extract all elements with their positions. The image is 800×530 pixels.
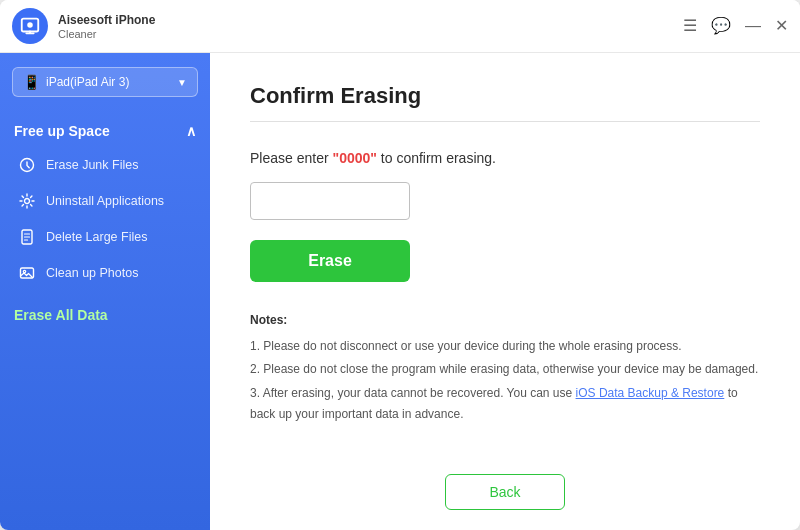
notes-title: Notes: — [250, 310, 760, 332]
app-brand: Aiseesoft iPhone Cleaner — [12, 8, 155, 44]
minimize-icon[interactable]: — — [745, 18, 761, 34]
note-2: 2. Please do not close the program while… — [250, 359, 760, 381]
notes-section: Notes: 1. Please do not disconnect or us… — [250, 310, 760, 428]
confirmation-input[interactable] — [250, 182, 410, 220]
collapse-icon: ∧ — [186, 123, 196, 139]
confirm-code: "0000" — [333, 150, 377, 166]
app-subtitle: Cleaner — [58, 28, 155, 40]
divider — [250, 121, 760, 122]
note-3: 3. After erasing, your data cannot be re… — [250, 383, 760, 426]
main-window: Aiseesoft iPhone Cleaner ☰ 💬 — ✕ 📱 iPad(… — [0, 0, 800, 530]
sidebar: 📱 iPad(iPad Air 3) ▼ Free up Space ∧ — [0, 53, 210, 530]
window-controls: ☰ 💬 — ✕ — [683, 18, 788, 34]
confirm-prompt: Please enter "0000" to confirm erasing. — [250, 150, 760, 166]
sidebar-item-erase-junk-label: Erase Junk Files — [46, 158, 138, 172]
ios-backup-link[interactable]: iOS Data Backup & Restore — [576, 386, 725, 400]
device-selector[interactable]: 📱 iPad(iPad Air 3) ▼ — [12, 67, 198, 97]
sidebar-item-uninstall-apps[interactable]: Uninstall Applications — [0, 183, 210, 219]
confirm-suffix: to confirm erasing. — [377, 150, 496, 166]
app-title-block: Aiseesoft iPhone Cleaner — [58, 12, 155, 41]
erase-button[interactable]: Erase — [250, 240, 410, 282]
chevron-down-icon: ▼ — [177, 77, 187, 88]
free-up-space-label: Free up Space — [14, 123, 110, 139]
free-up-space-section: Free up Space ∧ Erase Junk Files — [0, 115, 210, 291]
close-icon[interactable]: ✕ — [775, 18, 788, 34]
sidebar-item-uninstall-label: Uninstall Applications — [46, 194, 164, 208]
svg-point-1 — [27, 22, 33, 27]
confirm-prompt-text: Please enter — [250, 150, 333, 166]
sidebar-item-clean-photos-label: Clean up Photos — [46, 266, 138, 280]
logo-icon — [19, 15, 41, 37]
clock-icon — [18, 156, 36, 174]
sidebar-item-clean-photos[interactable]: Clean up Photos — [0, 255, 210, 291]
app-logo — [12, 8, 48, 44]
titlebar: Aiseesoft iPhone Cleaner ☰ 💬 — ✕ — [0, 0, 800, 53]
menu-icon[interactable]: ☰ — [683, 18, 697, 34]
note-1: 1. Please do not disconnect or use your … — [250, 336, 760, 358]
svg-point-9 — [23, 270, 25, 272]
file-icon — [18, 228, 36, 246]
page-title: Confirm Erasing — [250, 83, 760, 109]
bottom-bar: Back — [250, 454, 760, 510]
sidebar-item-delete-large[interactable]: Delete Large Files — [0, 219, 210, 255]
app-title: Aiseesoft iPhone — [58, 12, 155, 29]
device-name: iPad(iPad Air 3) — [46, 75, 171, 89]
content-area: Confirm Erasing Please enter "0000" to c… — [210, 53, 800, 530]
erase-all-data-link[interactable]: Erase All Data — [0, 291, 210, 339]
device-icon: 📱 — [23, 74, 40, 90]
free-up-space-header[interactable]: Free up Space ∧ — [0, 115, 210, 147]
chat-icon[interactable]: 💬 — [711, 18, 731, 34]
sidebar-item-erase-junk[interactable]: Erase Junk Files — [0, 147, 210, 183]
main-layout: 📱 iPad(iPad Air 3) ▼ Free up Space ∧ — [0, 53, 800, 530]
sidebar-item-delete-large-label: Delete Large Files — [46, 230, 147, 244]
note-3-text: 3. After erasing, your data cannot be re… — [250, 386, 576, 400]
svg-point-3 — [25, 199, 30, 204]
gear-icon — [18, 192, 36, 210]
photo-icon — [18, 264, 36, 282]
back-button[interactable]: Back — [445, 474, 565, 510]
